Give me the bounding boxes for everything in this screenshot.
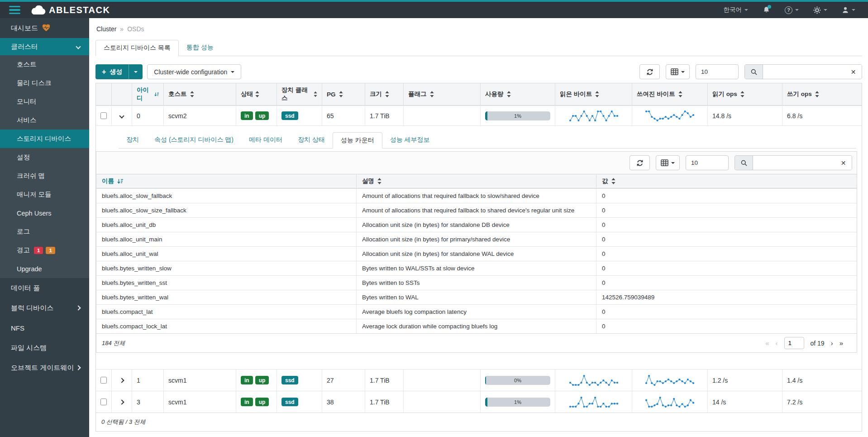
- clear-search-icon[interactable]: ✕: [844, 65, 862, 79]
- header-id[interactable]: 아이디: [132, 83, 163, 105]
- collapse-row-icon[interactable]: [119, 113, 124, 118]
- brand-logo[interactable]: ABLESTACK: [30, 5, 110, 15]
- header-name[interactable]: 이름: [96, 174, 356, 188]
- search-input[interactable]: [763, 65, 844, 79]
- sidebar-item-object-gateway[interactable]: 오브젝트 게이트웨이: [0, 358, 89, 378]
- header-usage[interactable]: 사용량: [480, 83, 555, 105]
- tab-device-list[interactable]: 스토리지 디바이스 목록: [95, 40, 179, 56]
- header-flags[interactable]: 플래그: [403, 83, 480, 105]
- last-page-button[interactable]: »: [839, 339, 843, 347]
- expand-row-icon[interactable]: [119, 378, 124, 383]
- header-pg[interactable]: PG: [322, 83, 365, 105]
- osd-table-header: 아이디 호스트 상태 장치 클래스 PG 크기 플래그 사용량 읽은 바이트 쓰…: [96, 83, 862, 106]
- tab-devices[interactable]: 장치: [119, 132, 147, 149]
- create-split-button[interactable]: + 생성: [95, 64, 143, 79]
- sidebar-item-file-systems[interactable]: 파일 시스템: [0, 338, 89, 358]
- chevron-down-icon: [231, 71, 234, 73]
- settings-dropdown[interactable]: [813, 6, 827, 14]
- sidebar-item-alerts[interactable]: 경고 1 1: [0, 241, 89, 259]
- cell-host: scvm1: [163, 391, 236, 413]
- cell-write-bytes: [632, 391, 707, 413]
- sort-both-icon: [430, 91, 434, 97]
- header-value[interactable]: 값: [596, 174, 857, 188]
- user-dropdown[interactable]: [842, 6, 855, 14]
- sidebar-item-dashboard[interactable]: 대시보드: [0, 18, 89, 38]
- tab-device-health[interactable]: 장치 상태: [290, 132, 333, 149]
- cell-read-bytes: [555, 370, 632, 391]
- sidebar-item-label: 서비스: [17, 116, 37, 125]
- sidebar-item-physical-disks[interactable]: 물리 디스크: [0, 74, 89, 92]
- sidebar-item-nfs[interactable]: NFS: [0, 318, 89, 338]
- sidebar-item-pools[interactable]: 데이터 풀: [0, 278, 89, 298]
- counter-row: bluefs.bytes_written_sst Bytes written t…: [96, 275, 857, 290]
- header-host[interactable]: 호스트: [163, 83, 236, 105]
- tab-attributes[interactable]: 속성 (스토리지 디바이스 맵): [147, 132, 241, 149]
- sidebar-item-ceph-users[interactable]: Ceph Users: [0, 204, 89, 222]
- header-read-ops[interactable]: 읽기 ops: [707, 83, 782, 105]
- header-write-ops[interactable]: 쓰기 ops: [782, 83, 862, 105]
- prev-page-button[interactable]: ‹: [776, 339, 778, 347]
- page-number-input[interactable]: [784, 337, 804, 349]
- cluster-wide-config-button[interactable]: Cluster-wide configuration: [147, 64, 241, 79]
- sidebar-item-services[interactable]: 서비스: [0, 111, 89, 130]
- breadcrumb-cluster[interactable]: Cluster: [96, 25, 116, 33]
- menu-toggle-icon[interactable]: [7, 4, 22, 16]
- header-write-bytes[interactable]: 쓰여진 바이트: [632, 83, 707, 105]
- clear-search-icon[interactable]: ✕: [835, 156, 852, 170]
- row-checkbox[interactable]: [100, 112, 107, 119]
- refresh-button[interactable]: [630, 155, 650, 170]
- tab-performance-counter[interactable]: 성능 카운터: [333, 132, 382, 149]
- tab-performance-details[interactable]: 성능 세부정보: [382, 132, 438, 149]
- cell-write-ops: 6.8 /s: [782, 106, 862, 125]
- cell-pg: 65: [322, 106, 365, 125]
- sidebar-item-crush-map[interactable]: 크러쉬 맵: [0, 167, 89, 185]
- status-badge-in: in: [241, 376, 253, 384]
- header-label: 값: [602, 177, 608, 185]
- chevron-down-icon: [134, 71, 138, 73]
- read-bytes-sparkline: [568, 396, 619, 408]
- sidebar-item-hosts[interactable]: 호스트: [0, 55, 89, 74]
- header-status[interactable]: 상태: [236, 83, 277, 105]
- chevron-right-icon: [76, 365, 81, 370]
- breadcrumb-separator: »: [120, 25, 124, 33]
- header-device-class[interactable]: 장치 클래스: [277, 83, 322, 105]
- sidebar-item-upgrade[interactable]: Upgrade: [0, 259, 89, 278]
- usage-bar: 0%: [485, 376, 550, 385]
- next-page-button[interactable]: ›: [831, 339, 833, 347]
- sidebar-item-storage-devices[interactable]: 스토리지 디바이스: [0, 130, 89, 148]
- main-content: Cluster » OSDs 스토리지 디바이스 목록 통합 성능 + 생성 C…: [89, 18, 868, 437]
- columns-dropdown-button[interactable]: [656, 155, 680, 170]
- table-grid-icon: [671, 68, 678, 75]
- expand-row-icon[interactable]: [119, 399, 124, 404]
- row-checkbox[interactable]: [100, 377, 107, 384]
- notifications-button[interactable]: [763, 6, 770, 14]
- header-label: 아이디: [137, 86, 151, 102]
- search-input[interactable]: [753, 156, 835, 170]
- row-checkbox[interactable]: [100, 399, 107, 405]
- osd-row-3: 3 scvm1 in up ssd 38 1.7 TiB 1% 14 /s 7.…: [96, 391, 862, 413]
- selection-summary: 0 선택됨 / 3 전체: [96, 413, 862, 431]
- page-size-input[interactable]: [686, 155, 729, 170]
- tab-metadata[interactable]: 메타 데이터: [241, 132, 290, 149]
- counter-value: 0: [596, 232, 857, 246]
- sidebar-item-manager-modules[interactable]: 매니저 모듈: [0, 185, 89, 204]
- refresh-button[interactable]: [639, 64, 660, 79]
- usage-label: 1%: [485, 398, 550, 407]
- sidebar-item-monitors[interactable]: 모니터: [0, 92, 89, 111]
- page-size-input[interactable]: [696, 64, 739, 79]
- header-description[interactable]: 설명: [356, 174, 596, 188]
- header-read-bytes[interactable]: 읽은 바이트: [555, 83, 632, 105]
- header-size[interactable]: 크기: [365, 83, 403, 105]
- sidebar-item-logs[interactable]: 로그: [0, 222, 89, 241]
- counter-pagination: 184 전체 « ‹ of 19 › »: [96, 333, 857, 352]
- sidebar-item-configuration[interactable]: 설정: [0, 148, 89, 167]
- language-dropdown[interactable]: 한국어: [724, 6, 749, 14]
- sidebar-item-cluster[interactable]: 클러스터: [0, 38, 89, 55]
- tab-overall-performance[interactable]: 통합 성능: [179, 40, 221, 56]
- columns-dropdown-button[interactable]: [666, 64, 690, 79]
- sidebar-item-block-devices[interactable]: 블럭 디바이스: [0, 298, 89, 318]
- help-dropdown[interactable]: ?: [785, 6, 799, 14]
- sort-both-icon: [678, 91, 682, 97]
- create-dropdown-toggle[interactable]: [129, 71, 143, 73]
- first-page-button[interactable]: «: [765, 339, 769, 347]
